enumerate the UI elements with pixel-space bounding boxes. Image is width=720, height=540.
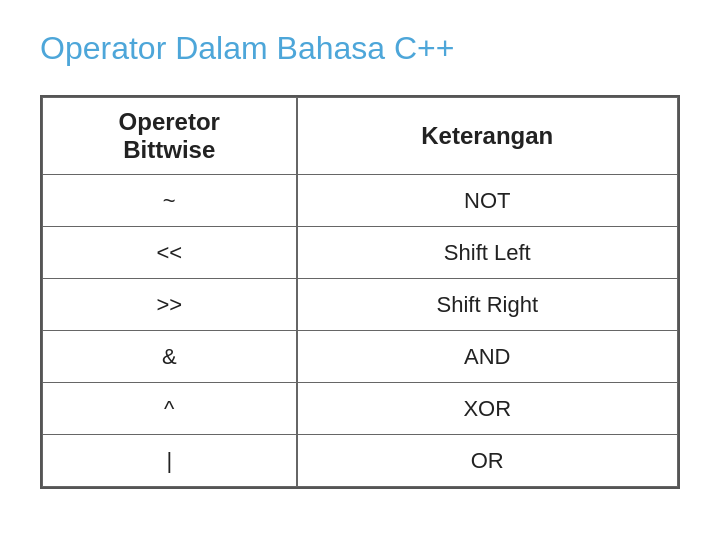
operator-cell: >> bbox=[43, 279, 297, 331]
keterangan-cell: Shift Left bbox=[297, 227, 678, 279]
operator-cell: ^ bbox=[43, 383, 297, 435]
operator-cell: | bbox=[43, 435, 297, 487]
keterangan-cell: OR bbox=[297, 435, 678, 487]
keterangan-cell: XOR bbox=[297, 383, 678, 435]
table-header-row: Operetor Bittwise Keterangan bbox=[43, 98, 678, 175]
operator-cell: << bbox=[43, 227, 297, 279]
keterangan-cell: AND bbox=[297, 331, 678, 383]
table-row: <<Shift Left bbox=[43, 227, 678, 279]
operators-table: Operetor Bittwise Keterangan ~NOT<<Shift… bbox=[42, 97, 678, 487]
keterangan-cell: NOT bbox=[297, 175, 678, 227]
keterangan-cell: Shift Right bbox=[297, 279, 678, 331]
header-operator-cell: Operetor Bittwise bbox=[43, 98, 297, 175]
header-keterangan-cell: Keterangan bbox=[297, 98, 678, 175]
table-row: &AND bbox=[43, 331, 678, 383]
page: Operator Dalam Bahasa C++ Operetor Bittw… bbox=[0, 0, 720, 540]
table-row: |OR bbox=[43, 435, 678, 487]
page-title: Operator Dalam Bahasa C++ bbox=[40, 30, 454, 67]
header-operator-line1: Operetor bbox=[119, 108, 220, 135]
table-row: ^XOR bbox=[43, 383, 678, 435]
table-row: >>Shift Right bbox=[43, 279, 678, 331]
operator-cell: ~ bbox=[43, 175, 297, 227]
table-row: ~NOT bbox=[43, 175, 678, 227]
table-wrapper: Operetor Bittwise Keterangan ~NOT<<Shift… bbox=[40, 95, 680, 489]
operator-cell: & bbox=[43, 331, 297, 383]
header-operator-line2: Bittwise bbox=[123, 136, 215, 163]
